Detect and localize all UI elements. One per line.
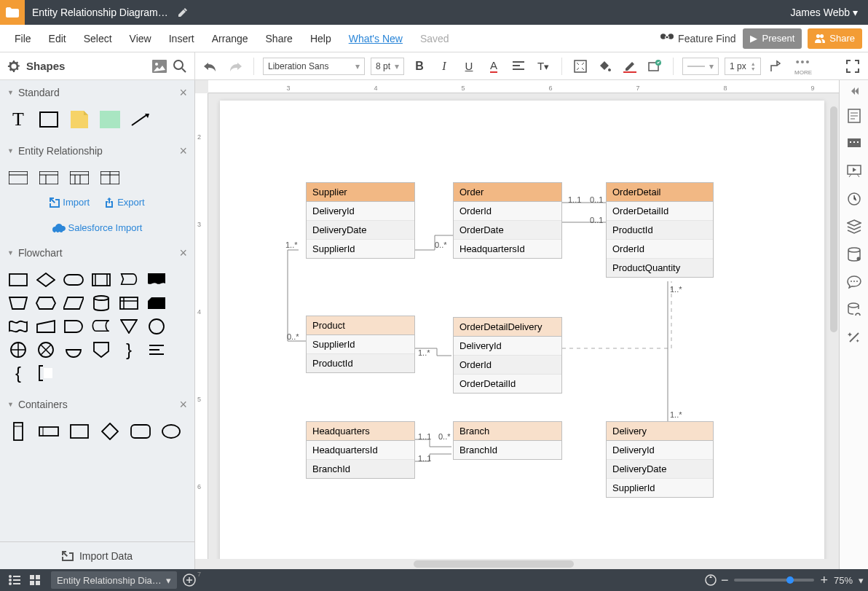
shape-text[interactable]: T (7, 111, 29, 128)
comments-icon[interactable] (846, 136, 862, 152)
scroll-vertical[interactable] (829, 93, 839, 549)
entity-row[interactable]: HeadquartersId (454, 240, 561, 258)
entity-orderdetail[interactable]: OrderDetail OrderDetailId ProductId Orde… (606, 182, 714, 278)
search-icon[interactable] (173, 59, 187, 74)
fc-intstore[interactable] (118, 294, 140, 312)
cont-swimlane-h[interactable] (38, 423, 60, 440)
underline-button[interactable]: U (459, 57, 478, 76)
zoom-level[interactable]: 75% (834, 575, 853, 586)
fc-or[interactable] (35, 341, 57, 359)
menu-arrange[interactable]: Arrange (203, 28, 257, 49)
text-style-button[interactable]: T▾ (534, 57, 553, 76)
collapse-right-icon[interactable] (849, 86, 859, 96)
line-route-button[interactable] (767, 57, 786, 76)
fc-terminator[interactable] (63, 271, 84, 289)
close-icon[interactable]: × (179, 85, 187, 101)
entity-row[interactable]: HeadquartersId (307, 441, 414, 460)
folder-icon[interactable] (0, 0, 25, 25)
entity-row[interactable]: DeliveryId (607, 441, 713, 460)
sync-icon[interactable] (701, 570, 721, 590)
shape-er-1[interactable] (7, 169, 29, 187)
entity-row[interactable]: DeliveryId (454, 337, 561, 356)
entity-row[interactable]: OrderDate (454, 221, 561, 240)
entity-row[interactable]: ProductQuantity (607, 259, 713, 277)
more-button[interactable]: •••MORE (794, 56, 812, 76)
section-flowchart[interactable]: ▼Flowchart× (0, 240, 194, 265)
page-tab[interactable]: Entity Relationship Dia…▾ (51, 571, 177, 589)
redo-button[interactable] (226, 57, 245, 76)
undo-button[interactable] (201, 57, 220, 76)
entity-row[interactable]: SupplierId (607, 479, 713, 497)
fc-sumjunc[interactable] (7, 341, 29, 359)
feature-find[interactable]: Feature Find (660, 33, 735, 44)
chat-icon[interactable] (846, 274, 862, 290)
section-standard[interactable]: ▼Standard× (0, 80, 194, 105)
entity-delivery[interactable]: Delivery DeliveryId DeliveryDate Supplie… (606, 421, 714, 498)
chevron-down-icon[interactable]: ▾ (859, 575, 864, 586)
fc-tape[interactable] (7, 318, 29, 335)
scroll-horizontal[interactable] (195, 559, 839, 569)
add-page-button[interactable] (183, 574, 196, 587)
gear-icon[interactable] (7, 60, 20, 73)
fc-db[interactable] (90, 294, 112, 312)
menu-file[interactable]: File (6, 28, 40, 49)
cont-circle[interactable] (160, 423, 182, 440)
share-button[interactable]: Share (808, 28, 862, 49)
fc-collate[interactable] (63, 341, 84, 359)
shape-arrow[interactable] (130, 111, 151, 128)
pencil-icon[interactable] (178, 7, 188, 17)
fc-manual-op[interactable] (7, 294, 29, 312)
entity-row[interactable]: SupplierId (307, 240, 414, 258)
text-color-button[interactable]: A (484, 57, 503, 76)
fc-brace-l[interactable]: { (7, 364, 29, 382)
history-icon[interactable] (846, 191, 862, 207)
fc-display[interactable] (118, 271, 140, 289)
entity-row[interactable]: BranchId (454, 441, 561, 459)
entity-row[interactable]: OrderId (607, 240, 713, 259)
close-icon[interactable]: × (179, 246, 187, 261)
menu-whats-new[interactable]: What's New (340, 28, 411, 49)
user-menu[interactable]: James Webb▾ (781, 7, 868, 18)
border-color-button[interactable] (620, 57, 639, 76)
fc-manual-inp[interactable] (35, 318, 57, 335)
shape-er-3[interactable] (68, 169, 90, 187)
zoom-out-button[interactable]: − (721, 573, 729, 588)
menu-edit[interactable]: Edit (40, 28, 75, 49)
close-icon[interactable]: × (179, 144, 187, 159)
import-link[interactable]: Import (50, 197, 90, 208)
entity-row[interactable]: OrderDetailId (454, 375, 561, 393)
entity-order[interactable]: Order OrderId OrderDate HeadquartersId (453, 182, 562, 259)
entity-row[interactable]: DeliveryId (307, 202, 414, 221)
menu-view[interactable]: View (121, 28, 160, 49)
menu-help[interactable]: Help (301, 28, 340, 49)
section-entity[interactable]: ▼Entity Relationship× (0, 138, 194, 163)
entity-row[interactable]: ProductId (307, 354, 414, 372)
shape-er-4[interactable] (99, 169, 121, 187)
fc-process[interactable] (7, 271, 29, 289)
entity-row[interactable]: OrderId (454, 356, 561, 375)
font-select[interactable]: Liberation Sans▾ (263, 58, 365, 75)
cont-swimlane-v[interactable] (7, 423, 29, 440)
cont-rounded[interactable] (130, 423, 151, 440)
entity-row[interactable]: OrderId (454, 202, 561, 221)
entity-supplier[interactable]: Supplier DeliveryId DeliveryDate Supplie… (306, 182, 415, 259)
import-data-button[interactable]: Import Data (0, 541, 194, 569)
zoom-in-button[interactable]: + (820, 573, 828, 588)
close-icon[interactable]: × (179, 397, 187, 412)
fc-offpage[interactable] (90, 341, 112, 359)
entity-row[interactable]: OrderDetailId (607, 202, 713, 221)
entity-row[interactable]: DeliveryDate (607, 460, 713, 479)
shape-note[interactable] (68, 111, 90, 128)
cont-rect[interactable] (68, 423, 90, 440)
fc-merge[interactable] (118, 318, 140, 335)
fc-predef[interactable] (90, 271, 112, 289)
entity-headquarters[interactable]: Headquarters HeadquartersId BranchId (306, 421, 415, 479)
export-link[interactable]: Export (104, 197, 145, 208)
cont-diamond[interactable] (99, 423, 121, 440)
image-icon[interactable] (152, 60, 167, 73)
line-width-select[interactable]: 1 px▲▼ (725, 58, 761, 75)
menu-insert[interactable]: Insert (160, 28, 203, 49)
entity-product[interactable]: Product SupplierId ProductId (306, 316, 415, 373)
document-title[interactable]: Entity Relationship Diagram Exa… (25, 7, 178, 18)
grid-view-icon[interactable] (25, 570, 45, 590)
